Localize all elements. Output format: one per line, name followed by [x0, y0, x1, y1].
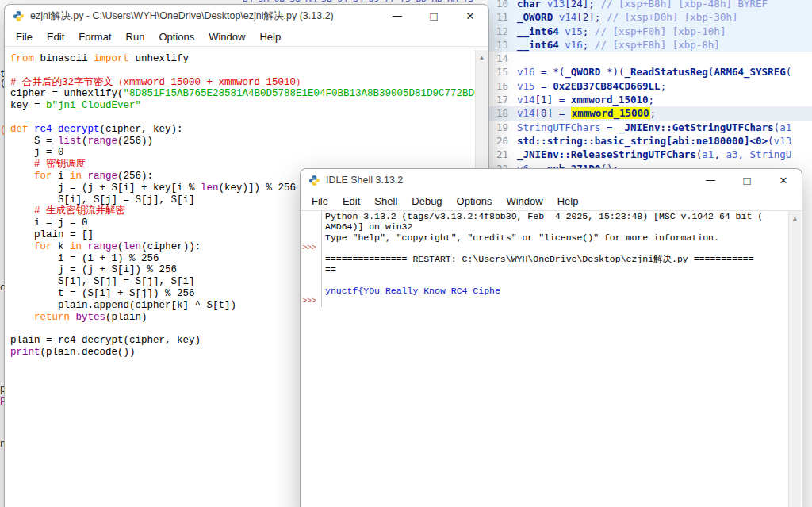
shell-line: >>> — [301, 296, 788, 306]
editor-menu-options[interactable]: Options — [151, 31, 201, 43]
shell-menu-shell[interactable]: Shell — [367, 195, 404, 207]
ida-line-code: __int64 v15; // [xsp+F0h] [xbp-10h] — [517, 25, 726, 38]
shell-prompt-gutter — [301, 275, 322, 285]
ida-code-line: 11_OWORD v14[2]; // [xsp+D0h] [xbp-30h] — [488, 10, 812, 24]
ida-code-line: 20std::string::basic_string[abi:ne180000… — [488, 134, 812, 148]
ida-line-code: _JNIEnv::ReleaseStringUTFChars(a1, a3, S… — [517, 148, 791, 161]
shell-line — [301, 275, 788, 285]
shell-menu-edit[interactable]: Edit — [335, 195, 367, 207]
shell-prompt-gutter — [301, 286, 322, 296]
editor-code-line: from binascii import unhexlify — [10, 53, 475, 65]
ida-code-line: 19StringUTFChars = _JNIEnv::GetStringUTF… — [488, 121, 812, 134]
ida-line-number: 14 — [488, 52, 517, 65]
ida-line-number: 19 — [488, 121, 517, 134]
editor-menu-file[interactable]: File — [9, 31, 40, 43]
editor-code-line: j = 0 — [10, 147, 475, 159]
shell-prompt: >>> — [301, 243, 322, 253]
shell-prompt-gutter — [301, 254, 322, 264]
editor-code-line: cipher = unhexlify("8D851F15AB765E28581A… — [10, 88, 475, 100]
editor-menubar: File Edit Format Run Options Window Help — [5, 27, 488, 47]
ida-line-number: 21 — [488, 148, 517, 161]
editor-maximize-button[interactable]: □ — [416, 5, 452, 27]
ida-line-number: 15 — [488, 65, 517, 79]
shell-line-text: == — [322, 264, 336, 275]
shell-line-text — [322, 275, 331, 285]
shell-prompt-gutter — [301, 211, 322, 221]
shell-window-title: IDLE Shell 3.13.2 — [326, 175, 403, 186]
shell-line-text — [322, 296, 331, 306]
ida-line-number: 17 — [488, 93, 517, 106]
editor-menu-format[interactable]: Format — [71, 31, 118, 43]
shell-line-text: ynuctf{YOu_Really_Know_RC4_Ciphe — [322, 286, 500, 296]
shell-line-text: =============== RESTART: C:\Users\WYH\On… — [322, 254, 754, 264]
ida-code-line: 12__int64 v15; // [xsp+F0h] [xbp-10h] — [488, 25, 812, 38]
ida-line-code: v16 = *(_QWORD *)(_ReadStatusReg(ARM64_S… — [517, 65, 791, 79]
ida-line-number: 18 — [488, 106, 517, 120]
editor-code-line — [10, 112, 475, 124]
shell-line: >>> — [301, 243, 788, 253]
shell-close-button[interactable]: ✕ — [765, 169, 802, 191]
ida-code-line: 17v14[1] = xmmword_15010; — [488, 93, 812, 106]
shell-line-text: AMD64)] on win32 — [322, 221, 412, 232]
ida-code-line: 21_JNIEnv::ReleaseStringUTFChars(a1, a3,… — [488, 148, 812, 161]
editor-menu-run[interactable]: Run — [119, 31, 152, 43]
shell-menu-file[interactable]: File — [304, 195, 335, 207]
ida-line-number: 16 — [488, 79, 517, 93]
ida-code-line: 13__int64 v16; // [xsp+F8h] [xbp-8h] — [488, 38, 812, 52]
ida-line-number: 10 — [488, 0, 517, 10]
shell-minimize-button[interactable]: — — [692, 169, 729, 191]
shell-menu-help[interactable]: Help — [550, 195, 586, 207]
scroll-up-arrow-icon[interactable]: ▲ — [789, 211, 801, 222]
editor-window-title: ezjni解决.py - C:\Users\WYH\OneDrive\Deskt… — [30, 10, 334, 23]
editor-code-line: def rc4_decrypt(cipher, key): — [10, 124, 475, 136]
shell-menubar: File Edit Shell Debug Options Window Hel… — [301, 191, 802, 211]
editor-code-line: key = b"jni_CloudEver" — [10, 100, 475, 112]
ida-line-number: 13 — [488, 38, 517, 52]
python-icon — [308, 175, 320, 186]
ida-line-code: __int64 v16; // [xsp+F8h] [xbp-8h] — [517, 38, 720, 52]
shell-menu-window[interactable]: Window — [499, 195, 550, 207]
shell-titlebar[interactable]: IDLE Shell 3.13.2 — □ ✕ — [301, 169, 802, 191]
shell-line-text: Python 3.13.2 (tags/v3.13.2:4f8bb39, Feb… — [322, 211, 763, 221]
shell-prompt-gutter — [301, 264, 322, 275]
ida-code-line: 15v16 = *(_QWORD *)(_ReadStatusReg(ARM64… — [488, 65, 812, 79]
shell-prompt: >>> — [301, 296, 322, 306]
editor-minimize-button[interactable]: — — [379, 5, 416, 27]
ida-code-line: 16v15 = 0x2EB37CB84CD669LL; — [488, 79, 812, 93]
ida-code-line: 14 — [488, 52, 812, 65]
editor-code-line: S = list(range(256)) — [10, 136, 475, 148]
ida-line-code: std::string::basic_string[abi:ne180000]<… — [517, 134, 791, 148]
shell-menu-options[interactable]: Options — [450, 195, 500, 207]
ida-code-line: 10char v13[24]; // [xsp+B8h] [xbp-48h] B… — [488, 0, 812, 10]
ida-line-code: _OWORD v14[2]; // [xsp+D0h] [xbp-30h] — [517, 10, 737, 24]
ida-line-code: v14[1] = xmmword_15010; — [517, 93, 654, 106]
shell-maximize-button[interactable]: □ — [729, 169, 765, 191]
shell-line-text: Type "help", "copyright", "credits" or "… — [322, 232, 719, 243]
ida-line-code: v15 = 0x2EB37CB84CD669LL; — [517, 79, 666, 93]
shell-line-text — [322, 243, 331, 253]
editor-code-line: # 合并后的32字节密文（xmmword_15000 + xmmword_150… — [10, 77, 475, 89]
shell-window[interactable]: IDLE Shell 3.13.2 — □ ✕ File Edit Shell … — [300, 168, 802, 507]
editor-menu-help[interactable]: Help — [252, 31, 288, 43]
shell-line: Python 3.13.2 (tags/v3.13.2:4f8bb39, Feb… — [301, 211, 788, 221]
ida-line-code — [517, 52, 523, 65]
ida-line-number: 11 — [488, 10, 517, 24]
shell-menu-debug[interactable]: Debug — [404, 195, 449, 207]
ida-code-line: 18v14[0] = xmmword_15000; — [488, 106, 812, 120]
shell-line: AMD64)] on win32 — [301, 221, 788, 232]
python-icon — [13, 10, 25, 22]
editor-close-button[interactable]: ✕ — [452, 5, 488, 27]
editor-menu-window[interactable]: Window — [201, 31, 252, 43]
shell-scrollbar[interactable]: ▲ — [788, 211, 801, 507]
ida-line-code: char v13[24]; // [xsp+B8h] [xbp-48h] BYR… — [517, 0, 768, 10]
shell-line: =============== RESTART: C:\Users\WYH\On… — [301, 254, 788, 264]
ida-line-code: StringUTFChars = _JNIEnv::GetStringUTFCh… — [517, 121, 791, 134]
editor-titlebar[interactable]: ezjni解决.py - C:\Users\WYH\OneDrive\Deskt… — [5, 5, 488, 27]
ida-line-code: v14[0] = xmmword_15000; — [517, 106, 656, 120]
ida-code-lines: 10char v13[24]; // [xsp+B8h] [xbp-48h] B… — [488, 0, 812, 175]
shell-text-area[interactable]: Python 3.13.2 (tags/v3.13.2:4f8bb39, Feb… — [301, 211, 788, 507]
scroll-up-arrow-icon[interactable]: ▲ — [476, 50, 488, 61]
editor-menu-edit[interactable]: Edit — [40, 31, 71, 43]
shell-line: ynuctf{YOu_Really_Know_RC4_Ciphe — [301, 286, 788, 296]
shell-prompt-gutter — [301, 232, 322, 243]
